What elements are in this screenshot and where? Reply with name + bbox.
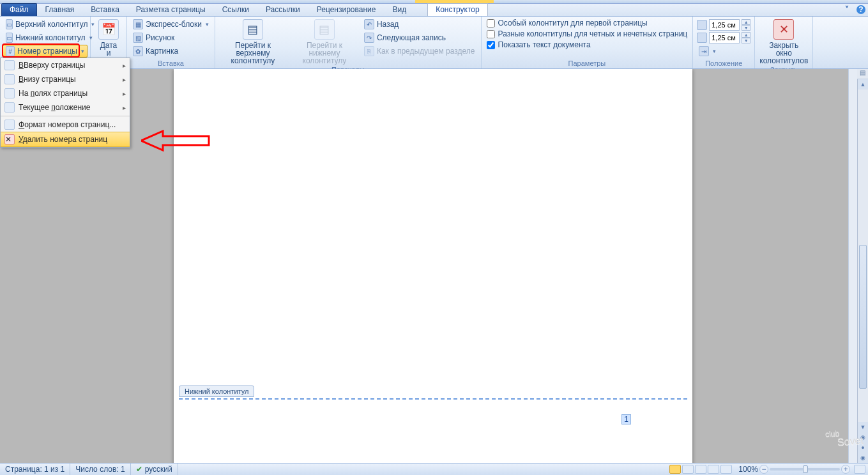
close-header-footer-button[interactable]: ✕ Закрыть окно колонтитулов: [758, 18, 810, 66]
spin-down[interactable]: ▼: [742, 38, 750, 43]
date-time-l1: Дата и: [97, 42, 120, 57]
status-language[interactable]: ✔русский: [131, 463, 178, 475]
page-number-menu: ВВверху страницы Внизу страницы На полях…: [0, 58, 130, 148]
view-web-button[interactable]: [695, 465, 706, 474]
spellcheck-icon: ✔: [136, 465, 142, 474]
calendar-icon: 📅: [98, 19, 119, 40]
tab-view[interactable]: Вид: [384, 3, 415, 16]
tab-page-layout[interactable]: Разметка страницы: [128, 3, 214, 16]
page-top-icon: [4, 60, 15, 70]
goto-footer-button: ▤ Перейти к нижнему колонтитулу: [289, 18, 360, 66]
group-navigation: ▤ Перейти к верхнему колонтитулу ▤ Перей…: [215, 17, 482, 68]
insert-align-tab-button[interactable]: ⇥: [696, 45, 752, 58]
group-label-position: Положение: [696, 59, 752, 68]
header-from-top-spinner[interactable]: ▲▼: [696, 19, 752, 31]
next-section-button[interactable]: ↷Следующая запись: [361, 31, 478, 44]
vertical-ruler: [848, 69, 857, 463]
page-number-field[interactable]: 1: [621, 414, 631, 424]
show-doc-text-checkbox[interactable]: Показать текст документа: [484, 40, 690, 50]
clipart-button[interactable]: ✿Картинка: [130, 45, 212, 58]
zoom-out-button[interactable]: −: [759, 465, 768, 474]
quick-parts-button[interactable]: ▦Экспресс-блоки: [130, 18, 212, 31]
menu-remove-page-numbers[interactable]: ✕Удалить номера страниц: [1, 132, 130, 147]
page-margins-icon: [4, 88, 15, 98]
status-word-count[interactable]: Число слов: 1: [70, 463, 130, 475]
goto-header-icon: ▤: [243, 19, 263, 40]
format-icon: [4, 120, 15, 130]
footer-from-bottom-input[interactable]: [709, 32, 740, 43]
clipart-icon: ✿: [133, 46, 143, 56]
header-button[interactable]: ▭Верхний колонтитул: [3, 18, 88, 31]
next-page-button[interactable]: ◉: [858, 453, 868, 463]
scroll-up-button[interactable]: ▲: [858, 79, 868, 90]
close-icon: ✕: [773, 19, 794, 40]
page-number-button[interactable]: #Номер страницы: [3, 45, 88, 58]
zoom-slider[interactable]: [770, 468, 840, 471]
page-bottom-icon: [4, 74, 15, 84]
remove-icon: ✕: [4, 134, 15, 144]
tab-designer[interactable]: Конструктор: [427, 3, 487, 16]
footer-boundary-line: [179, 398, 687, 400]
view-fullscreen-button[interactable]: [682, 465, 694, 474]
menu-current-position[interactable]: Текущее положение: [1, 100, 130, 114]
diff-oddeven-checkbox[interactable]: Разные колонтитулы для четных и нечетных…: [484, 29, 690, 39]
scroll-down-button[interactable]: ▼: [858, 422, 868, 432]
group-options: Особый колонтитул для первой страницы Ра…: [482, 17, 694, 68]
page-number-label: Номер страницы: [17, 47, 77, 56]
footer-button[interactable]: ▭Нижний колонтитул: [3, 31, 88, 44]
link-icon: ⎘: [364, 46, 374, 56]
ruler-toggle-icon[interactable]: ▤: [857, 69, 868, 79]
diff-first-checkbox[interactable]: Особый колонтитул для первой страницы: [484, 18, 690, 28]
help-icon[interactable]: ?: [857, 5, 865, 14]
status-page[interactable]: Страница: 1 из 1: [0, 463, 70, 475]
group-position: ▲▼ ▲▼ ⇥ Положение: [693, 17, 755, 68]
tab-review[interactable]: Рецензирование: [308, 3, 385, 16]
spin-up[interactable]: ▲: [742, 32, 750, 38]
header-from-top-input[interactable]: [709, 19, 740, 31]
header-icon: ▭: [6, 19, 13, 29]
view-draft-button[interactable]: [720, 465, 732, 474]
tab-home[interactable]: Главная: [37, 3, 83, 16]
tab-file[interactable]: Файл: [1, 3, 37, 16]
current-pos-icon: [4, 102, 15, 113]
goto-footer-icon: ▤: [314, 19, 335, 40]
goto-header-button[interactable]: ▤ Перейти к верхнему колонтитулу: [218, 18, 288, 66]
tab-insert[interactable]: Вставка: [82, 3, 128, 16]
tab-references[interactable]: Ссылки: [214, 3, 257, 16]
minimize-ribbon-icon[interactable]: ˅: [842, 5, 851, 14]
prev-icon: ↶: [364, 19, 374, 29]
footer-region-tab: Нижний колонтитул: [179, 385, 254, 397]
menu-page-margins[interactable]: На полях страницы: [1, 86, 130, 100]
fullscreen-button[interactable]: [854, 465, 865, 474]
spin-up[interactable]: ▲: [742, 19, 750, 25]
footer-icon: ▭: [6, 33, 13, 43]
scroll-thumb[interactable]: [859, 245, 867, 389]
tab-mailings[interactable]: Рассылки: [257, 3, 308, 16]
footer-bottom-icon: [697, 33, 707, 43]
view-outline-button[interactable]: [708, 465, 719, 474]
link-previous-button: ⎘Как в предыдущем разделе: [361, 45, 478, 58]
vertical-scrollbar[interactable]: ▤ ▲ ▼ ◉ ● ◉: [857, 69, 868, 463]
prev-page-button[interactable]: ◉: [858, 432, 868, 442]
view-print-layout-button[interactable]: [669, 465, 681, 474]
browse-object-button[interactable]: ●: [858, 442, 868, 453]
quick-parts-icon: ▦: [133, 19, 143, 29]
spin-down[interactable]: ▼: [742, 25, 750, 31]
group-close: ✕ Закрыть окно колонтитулов Закрыть: [755, 17, 813, 68]
document-page[interactable]: Нижний колонтитул 1: [174, 69, 692, 463]
zoom-level[interactable]: 100%: [738, 465, 758, 474]
menu-bottom-of-page[interactable]: Внизу страницы: [1, 72, 130, 86]
footer-from-bottom-spinner[interactable]: ▲▼: [696, 32, 752, 43]
ribbon-tabs: Файл Главная Вставка Разметка страницы С…: [0, 4, 868, 17]
footer-label: Нижний колонтитул: [15, 33, 86, 42]
zoom-in-button[interactable]: +: [841, 465, 850, 474]
group-label-insert: Вставка: [130, 59, 212, 68]
group-label-options: Параметры: [484, 59, 690, 68]
status-bar: Страница: 1 из 1 Число слов: 1 ✔русский …: [0, 463, 868, 475]
menu-top-of-page[interactable]: ВВверху страницы: [1, 58, 130, 72]
previous-section-button[interactable]: ↶Назад: [361, 18, 478, 31]
picture-button[interactable]: ▧Рисунок: [130, 31, 212, 44]
zoom-knob[interactable]: [803, 465, 808, 473]
picture-icon: ▧: [133, 33, 143, 43]
menu-format-page-numbers[interactable]: Формат номеров страниц...: [1, 118, 130, 132]
